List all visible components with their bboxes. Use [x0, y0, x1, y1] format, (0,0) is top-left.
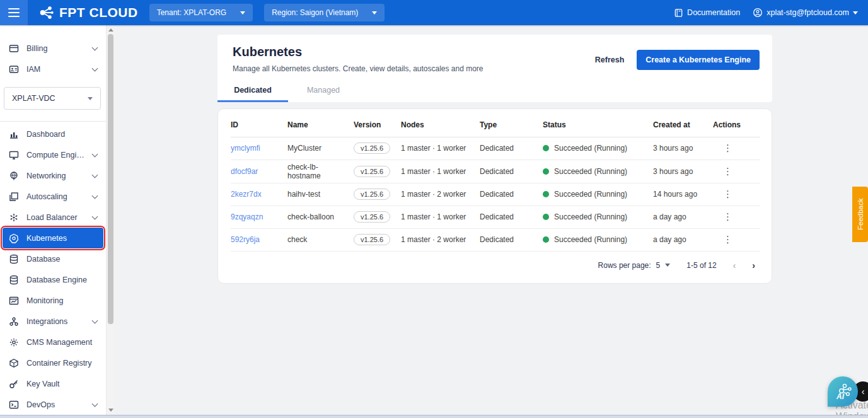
cluster-id-link[interactable]: dfocf9ar: [231, 167, 258, 176]
sidebar: Billing IAM XPLAT-VDC Dashboard Compute …: [0, 25, 106, 418]
row-actions-kebab-button[interactable]: ⋮: [720, 234, 735, 245]
sidebar-item-load-balancer[interactable]: Load Balancer: [0, 207, 106, 228]
sidebar-item-devops[interactable]: DevOps: [0, 394, 106, 415]
cluster-type: Dedicated: [480, 137, 543, 160]
row-actions-kebab-button[interactable]: ⋮: [720, 189, 735, 199]
sidebar-item-iam[interactable]: IAM: [0, 59, 106, 79]
status-text: Succeeded (Running): [554, 144, 627, 153]
cluster-name: check-balloon: [287, 206, 354, 228]
region-selector[interactable]: Region: Saigon (Vietnam): [264, 4, 385, 21]
tab-dedicated[interactable]: Dedicated: [217, 78, 288, 102]
sidebar-item-compute-engine[interactable]: Compute Engine: [0, 144, 106, 165]
sidebar-item-label: IAM: [26, 65, 85, 74]
account-menu[interactable]: xplat-stg@fptcloud.com: [753, 8, 858, 18]
tenant-selector[interactable]: Tenant: XPLAT-ORG: [149, 4, 253, 21]
sidebar-item-label: Autoscaling: [26, 192, 85, 201]
sidebar-item-database-engine[interactable]: Database Engine: [0, 269, 106, 290]
tab-managed[interactable]: Managed: [288, 78, 359, 102]
column-header-created-at: Created at: [653, 113, 713, 137]
chevron-down-icon: [92, 171, 98, 178]
sidebar-item-label: CMS Management: [26, 338, 97, 347]
table-row: 9zqyaqzn check-balloon v1.25.6 1 master …: [231, 206, 760, 228]
cms-management-icon: [9, 337, 19, 347]
page-header-card: Kubernetes Manage all Kubernetes cluster…: [217, 35, 772, 102]
main-content: Kubernetes Manage all Kubernetes cluster…: [114, 25, 868, 418]
create-kubernetes-engine-button[interactable]: Create a Kubernetes Engine: [637, 50, 760, 70]
brand-name: FPT CLOUD: [59, 5, 138, 20]
previous-page-button[interactable]: ‹: [733, 260, 736, 270]
scrollbar-thumb[interactable]: [108, 34, 113, 324]
monitoring-icon: [9, 296, 19, 306]
sidebar-item-autoscaling[interactable]: Autoscaling: [0, 186, 106, 207]
sidebar-item-label: Networking: [26, 171, 85, 180]
cluster-name: check-lb-hostname: [287, 160, 354, 183]
ai-assistant-bubble-button[interactable]: AI: [828, 376, 858, 407]
cluster-name: haihv-test: [287, 183, 354, 206]
sidebar-item-label: Database: [26, 255, 97, 264]
row-actions-kebab-button[interactable]: ⋮: [720, 166, 735, 177]
ai-molecule-icon: AI: [832, 381, 854, 402]
load-balancer-icon: [9, 212, 19, 223]
pagination-bar: Rows per page: 5 1-5 of 12 ‹ ›: [231, 252, 759, 279]
table-row: dfocf9ar check-lb-hostname v1.25.6 1 mas…: [231, 160, 760, 183]
cluster-id-link[interactable]: 592ry6ja: [231, 235, 260, 244]
dashboard-icon: [9, 129, 19, 139]
cluster-type: Dedicated: [480, 160, 543, 183]
status-dot-icon: [543, 236, 549, 243]
cluster-type: Dedicated: [480, 206, 543, 228]
row-actions-kebab-button[interactable]: ⋮: [720, 142, 735, 153]
autoscaling-icon: [9, 192, 19, 202]
integrations-icon: [9, 316, 19, 327]
sidebar-item-kubernetes[interactable]: Kubernetes: [3, 228, 103, 248]
vdc-selector[interactable]: XPLAT-VDC: [4, 87, 101, 110]
sidebar-item-label: DevOps: [26, 400, 85, 409]
scroll-down-arrow-icon[interactable]: [108, 409, 113, 412]
sidebar-item-database[interactable]: Database: [0, 248, 106, 269]
sidebar-item-label: Key Vault: [26, 380, 97, 388]
created-at: 3 hours ago: [653, 137, 713, 160]
cluster-id-link[interactable]: 2kezr7dx: [231, 190, 262, 199]
clusters-table-card: ID Name Version Nodes Type Status Create…: [217, 108, 772, 284]
column-header-version: Version: [354, 113, 401, 137]
status-dot-icon: [543, 168, 549, 175]
next-page-button[interactable]: ›: [752, 260, 755, 270]
key-vault-icon: [9, 379, 19, 389]
sidebar-item-monitoring[interactable]: Monitoring: [0, 290, 106, 311]
sidebar-item-networking[interactable]: Networking: [0, 165, 106, 186]
rows-per-page-selector[interactable]: Rows per page: 5: [598, 261, 671, 270]
account-email: xplat-stg@fptcloud.com: [767, 8, 849, 17]
sidebar-item-cms-management[interactable]: CMS Management: [0, 332, 106, 352]
sidebar-item-label: Database Engine: [26, 276, 97, 284]
created-at: 14 hours ago: [653, 183, 713, 206]
tenant-label: Tenant: XPLAT-ORG: [157, 8, 227, 17]
sidebar-item-label: Integrations: [26, 317, 85, 326]
sidebar-item-container-registry[interactable]: Container Registry: [0, 352, 106, 373]
cluster-nodes: 1 master · 1 worker: [401, 160, 480, 183]
kubernetes-icon: [9, 233, 19, 243]
row-actions-kebab-button[interactable]: ⋮: [720, 211, 735, 222]
brand-logo: FPT CLOUD: [38, 4, 138, 21]
sidebar-item-integrations[interactable]: Integrations: [0, 311, 106, 332]
sidebar-divider: [0, 121, 106, 122]
chevron-down-icon: [92, 317, 98, 323]
sidebar-scrollbar[interactable]: [106, 25, 114, 418]
version-badge: v1.25.6: [354, 189, 390, 200]
hamburger-menu-button[interactable]: [0, 0, 28, 25]
sidebar-item-dashboard[interactable]: Dashboard: [0, 124, 106, 144]
scroll-up-arrow-icon[interactable]: [108, 28, 113, 32]
billing-icon: [9, 44, 19, 54]
version-badge: v1.25.6: [354, 234, 390, 245]
documentation-link[interactable]: Documentation: [674, 8, 740, 18]
iam-icon: [9, 64, 19, 74]
sidebar-item-label: Dashboard: [26, 130, 97, 139]
feedback-tab-button[interactable]: Feedback: [852, 187, 868, 242]
cluster-id-link[interactable]: 9zqyaqzn: [231, 212, 263, 221]
svg-text:AI: AI: [836, 392, 845, 401]
sidebar-item-key-vault[interactable]: Key Vault: [0, 373, 106, 394]
sidebar-item-billing[interactable]: Billing: [0, 38, 106, 59]
cluster-nodes: 1 master · 1 worker: [401, 206, 480, 228]
rows-per-page-value: 5: [656, 261, 661, 270]
refresh-button[interactable]: Refresh: [595, 55, 625, 64]
chevron-down-icon: [88, 97, 93, 100]
cluster-id-link[interactable]: ymclymfi: [231, 144, 260, 153]
